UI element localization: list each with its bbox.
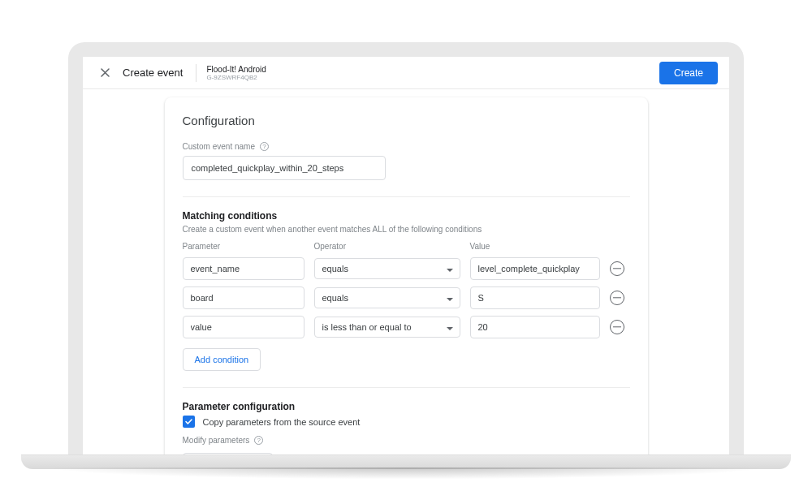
create-button[interactable]: Create	[659, 62, 718, 84]
remove-condition-icon[interactable]	[610, 320, 624, 334]
condition-operator-select[interactable]	[314, 317, 460, 338]
custom-event-label: Custom event name	[183, 142, 256, 151]
col-header-value: Value	[470, 242, 600, 251]
modify-params-label-row: Modify parameters ?	[183, 436, 630, 445]
condition-parameter-input[interactable]	[183, 257, 304, 280]
divider	[196, 64, 197, 82]
page-title: Create event	[123, 67, 183, 79]
topbar: Create event Flood-It! Android G-9ZSWRF4…	[83, 57, 729, 89]
project-block: Flood-It! Android G-9ZSWRF4QB2	[206, 65, 266, 81]
conditions-grid: Parameter Operator Value	[183, 242, 630, 338]
copy-params-row: Copy parameters from the source event	[183, 416, 630, 428]
laptop-shadow	[49, 467, 763, 487]
divider	[183, 387, 630, 388]
copy-params-label: Copy parameters from the source event	[203, 417, 361, 427]
parameter-config-heading: Parameter configuration	[183, 401, 630, 412]
help-icon[interactable]: ?	[260, 142, 269, 151]
remove-condition-icon[interactable]	[610, 291, 624, 305]
custom-event-label-row: Custom event name ?	[183, 142, 630, 151]
condition-operator-select[interactable]	[314, 258, 460, 279]
project-name: Flood-It! Android	[206, 65, 266, 74]
config-card: Configuration Custom event name ? Matchi…	[165, 97, 648, 454]
laptop-frame: Create event Flood-It! Android G-9ZSWRF4…	[68, 42, 744, 454]
col-header-operator: Operator	[314, 242, 460, 251]
remove-condition-icon[interactable]	[610, 261, 624, 276]
condition-parameter-input[interactable]	[183, 316, 304, 338]
copy-params-checkbox[interactable]	[183, 416, 195, 428]
condition-parameter-input[interactable]	[183, 286, 304, 309]
modify-params-label: Modify parameters	[183, 436, 250, 445]
custom-event-name-input[interactable]	[183, 156, 386, 180]
page-body: Configuration Custom event name ? Matchi…	[83, 89, 729, 454]
project-id: G-9ZSWRF4QB2	[206, 74, 266, 81]
matching-conditions-heading: Matching conditions	[183, 210, 630, 222]
help-icon[interactable]: ?	[254, 436, 263, 445]
col-header-parameter: Parameter	[183, 242, 304, 251]
condition-value-input[interactable]	[470, 257, 600, 280]
condition-value-input[interactable]	[470, 286, 600, 309]
screen: Create event Flood-It! Android G-9ZSWRF4…	[83, 57, 729, 454]
divider	[183, 196, 630, 197]
matching-conditions-subtext: Create a custom event when another event…	[183, 225, 630, 234]
card-title: Configuration	[183, 114, 630, 127]
add-condition-button[interactable]: Add condition	[183, 348, 261, 371]
condition-operator-select[interactable]	[314, 287, 460, 308]
close-icon[interactable]	[94, 63, 116, 83]
condition-value-input[interactable]	[470, 316, 600, 338]
